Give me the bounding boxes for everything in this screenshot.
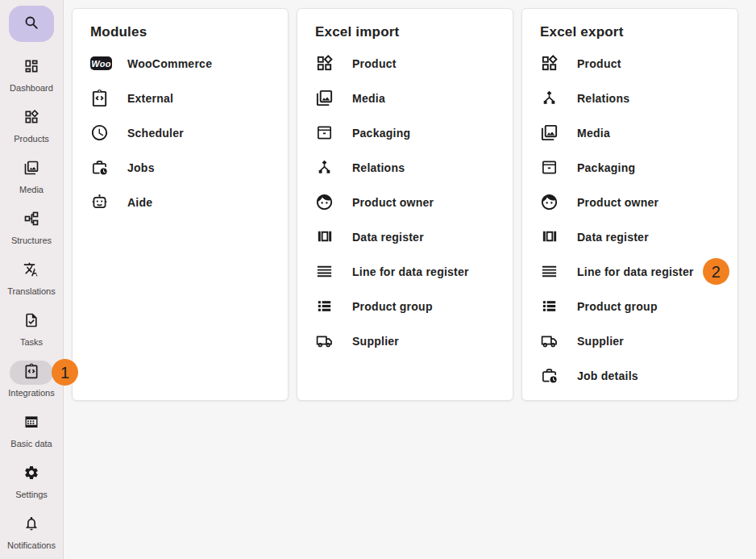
clipboard-code-icon — [90, 89, 112, 108]
clipboard-code-icon — [23, 363, 39, 382]
sidebar-item-media[interactable]: Media — [0, 152, 63, 203]
structures-icon — [23, 211, 39, 230]
sidebar-item-products[interactable]: Products — [0, 102, 63, 152]
card-item-label: Supplier — [577, 335, 624, 348]
card-item-product[interactable]: Product — [297, 46, 513, 81]
card-item-data-register[interactable]: Data register — [522, 219, 737, 254]
card-title: Excel export — [540, 24, 720, 40]
search-icon — [23, 14, 40, 34]
sidebar-item-dashboard[interactable]: Dashboard — [0, 51, 63, 102]
card-item-label: Supplier — [352, 335, 399, 348]
card-item-label: Jobs — [127, 161, 155, 174]
sidebar-item-label: Dashboard — [10, 83, 53, 93]
card-item-aide[interactable]: Aide — [73, 185, 288, 219]
sidebar-icon-wrap — [10, 259, 53, 283]
card-item-label: Packaging — [577, 161, 635, 174]
briefcase-clock-icon — [540, 366, 562, 386]
card-item-label: Product owner — [577, 196, 658, 209]
card-item-label: Relations — [352, 161, 405, 174]
main-content: ModulesWooWooCommerceExternalSchedulerJo… — [64, 0, 756, 559]
product-icon — [315, 54, 337, 73]
relations-icon — [315, 158, 337, 177]
card-item-label: Product group — [352, 300, 433, 313]
sidebar-item-label: Settings — [15, 490, 48, 499]
search-button[interactable] — [9, 6, 54, 42]
sidebar-item-integrations[interactable]: Integrations1 — [0, 356, 63, 407]
card-item-woocommerce[interactable]: WooWooCommerce — [73, 46, 288, 81]
face-icon — [315, 193, 337, 212]
card-excel-import: Excel importProductMediaPackagingRelatio… — [297, 8, 513, 401]
lines-icon — [540, 262, 562, 282]
card-item-label: Scheduler — [127, 127, 184, 140]
card-item-packaging[interactable]: Packaging — [297, 115, 513, 150]
card-item-label: Data register — [577, 231, 649, 244]
card-item-label: Packaging — [352, 127, 410, 140]
sidebar-item-label: Notifications — [7, 540, 56, 550]
card-item-job-details[interactable]: Job details — [522, 358, 737, 393]
face-icon — [540, 193, 562, 212]
media-icon — [315, 89, 337, 108]
card-item-external[interactable]: External — [73, 81, 288, 115]
card-item-list: WooWooCommerceExternalSchedulerJobsAide — [73, 46, 288, 219]
card-item-product-owner[interactable]: Product owner — [522, 185, 737, 219]
card-title: Excel import — [315, 24, 495, 40]
card-item-list: ProductRelationsMediaPackagingProduct ow… — [522, 46, 737, 393]
sidebar-item-structures[interactable]: Structures — [0, 203, 63, 254]
notifications-icon — [23, 515, 39, 535]
card-item-media[interactable]: Media — [297, 81, 513, 115]
sidebar-item-basic-data[interactable]: Basic data — [0, 407, 63, 457]
translations-icon — [23, 261, 39, 281]
cards: ModulesWooWooCommerceExternalSchedulerJo… — [72, 8, 738, 401]
card-item-product-group[interactable]: Product group — [297, 289, 513, 323]
card-item-scheduler[interactable]: Scheduler — [73, 115, 288, 150]
card-item-product-group[interactable]: Product group — [522, 289, 737, 323]
robot-icon — [90, 193, 112, 212]
data-register-icon — [315, 227, 337, 247]
card-item-label: Line for data register — [352, 265, 469, 278]
clock-icon — [90, 123, 112, 143]
sidebar-icon-wrap — [10, 310, 53, 334]
card-item-label: Product group — [577, 300, 658, 313]
sidebar-item-label: Translations — [7, 286, 56, 296]
card-item-label: Line for data register — [577, 265, 694, 278]
card-item-media[interactable]: Media — [522, 115, 737, 150]
card-item-label: Product — [577, 57, 621, 70]
card-item-relations[interactable]: Relations — [297, 150, 513, 185]
card-item-supplier[interactable]: Supplier — [522, 323, 737, 358]
sidebar-item-label: Structures — [11, 236, 52, 245]
packaging-icon — [540, 158, 562, 177]
basic-data-icon — [23, 414, 39, 433]
card-item-line-for-data-register[interactable]: Line for data register2 — [522, 254, 737, 289]
card-item-label: Data register — [352, 231, 424, 244]
card-item-packaging[interactable]: Packaging — [522, 150, 737, 185]
card-item-list: ProductMediaPackagingRelationsProduct ow… — [297, 46, 513, 358]
lines-icon — [315, 262, 337, 282]
card-item-supplier[interactable]: Supplier — [297, 323, 513, 358]
media-icon — [540, 123, 562, 143]
card-excel-export: Excel exportProductRelationsMediaPackagi… — [521, 8, 738, 401]
sidebar-icon-wrap — [10, 157, 53, 181]
sidebar-icon-wrap — [10, 513, 53, 537]
sidebar-item-label: Tasks — [20, 337, 43, 347]
sidebar-icon-wrap — [10, 56, 53, 80]
card-item-data-register[interactable]: Data register — [297, 219, 513, 254]
card-item-label: External — [127, 92, 173, 105]
card-item-label: Product — [352, 57, 397, 70]
card-item-label: Media — [577, 127, 610, 140]
sidebar-item-settings[interactable]: Settings — [0, 457, 63, 508]
briefcase-clock-icon — [90, 158, 112, 177]
packaging-icon — [315, 123, 337, 143]
card-title: Modules — [90, 24, 270, 40]
card-item-jobs[interactable]: Jobs — [73, 150, 288, 185]
tasks-icon — [23, 312, 39, 332]
card-item-relations[interactable]: Relations — [522, 81, 737, 115]
card-item-product-owner[interactable]: Product owner — [297, 185, 513, 219]
card-item-label: WooCommerce — [127, 57, 212, 70]
sidebar-item-tasks[interactable]: Tasks — [0, 305, 63, 356]
card-item-line-for-data-register[interactable]: Line for data register — [297, 254, 513, 289]
card-item-product[interactable]: Product — [522, 46, 737, 81]
sidebar-item-translations[interactable]: Translations — [0, 254, 63, 305]
sidebar-item-notifications[interactable]: Notifications — [0, 508, 63, 559]
sidebar: DashboardProductsMediaStructuresTranslat… — [0, 0, 64, 559]
settings-icon — [23, 465, 39, 484]
